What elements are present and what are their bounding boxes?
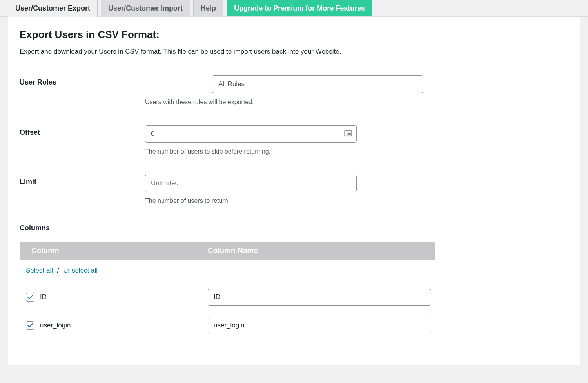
user-roles-label: User Roles — [20, 78, 56, 86]
tab-export[interactable]: User/Customer Export — [8, 0, 98, 17]
columns-table: Column Column Name Select all / Unselect… — [20, 242, 435, 340]
select-all-link[interactable]: Select all — [26, 267, 53, 274]
column-row: ID — [20, 283, 435, 311]
checkmark-icon — [27, 294, 33, 301]
column-key: ID — [40, 293, 47, 301]
tab-bar: User/Customer Export User/Customer Impor… — [0, 0, 588, 17]
column-checkbox-id[interactable] — [26, 293, 34, 302]
limit-input[interactable] — [145, 175, 357, 192]
column-checkbox-user-login[interactable] — [26, 321, 34, 330]
tab-import[interactable]: User/Customer Import — [101, 0, 190, 16]
column-row: user_login — [20, 311, 435, 340]
page-title: Export Users in CSV Format: — [20, 29, 568, 41]
column-key: user_login — [40, 322, 71, 329]
columns-header: Column Column Name — [20, 242, 435, 260]
columns-label: Columns — [20, 224, 568, 232]
header-column-name: Column Name — [208, 246, 435, 255]
checkmark-icon — [27, 322, 33, 329]
user-roles-select[interactable]: All Roles — [212, 75, 423, 93]
field-row-limit: Limit The number of users to return. — [20, 175, 568, 204]
header-column: Column — [20, 246, 208, 255]
column-name-input-user-login[interactable] — [208, 317, 431, 334]
content-panel: Export Users in CSV Format: Export and d… — [8, 17, 580, 365]
link-separator: / — [57, 267, 59, 274]
offset-label: Offset — [20, 128, 40, 136]
select-links: Select all / Unselect all — [20, 260, 435, 283]
column-name-input-id[interactable] — [208, 289, 431, 306]
limit-label: Limit — [20, 178, 36, 186]
field-row-offset: Offset The number of users — [20, 125, 568, 155]
tab-help[interactable]: Help — [193, 0, 223, 16]
user-roles-help: Users with these roles will be exported. — [145, 99, 435, 106]
field-row-user-roles: User Roles All Roles Users with these ro… — [20, 75, 568, 106]
limit-help: The number of users to return. — [145, 197, 435, 204]
offset-input[interactable] — [145, 125, 357, 143]
page-description: Export and download your Users in CSV fo… — [20, 48, 568, 56]
offset-help: The number of users to skip before retur… — [145, 148, 435, 155]
tab-premium[interactable]: Upgrade to Premium for More Features — [227, 0, 372, 16]
unselect-all-link[interactable]: Unselect all — [63, 267, 98, 274]
